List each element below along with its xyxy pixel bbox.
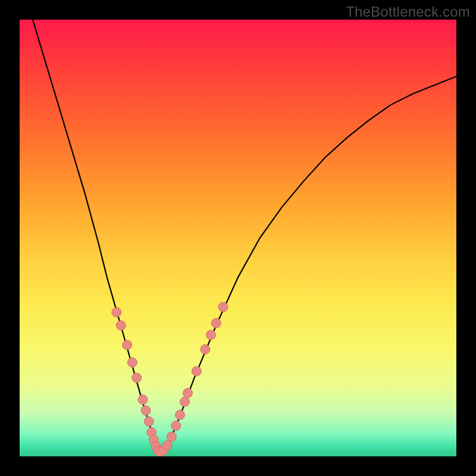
data-marker (175, 410, 184, 419)
data-marker (127, 358, 137, 367)
data-marker (138, 395, 148, 405)
data-marker (180, 397, 190, 406)
data-markers (112, 302, 228, 456)
data-marker (141, 406, 151, 415)
chart-container: TheBottleneck.com (0, 0, 476, 476)
data-marker (144, 416, 154, 426)
bottleneck-curve (33, 20, 456, 452)
data-marker (151, 441, 161, 451)
data-marker (149, 435, 158, 444)
data-marker (116, 321, 126, 330)
data-marker (147, 428, 156, 437)
data-marker (211, 318, 221, 328)
data-marker (167, 432, 176, 441)
data-marker (155, 447, 165, 456)
data-marker (123, 340, 132, 350)
plot-area (20, 20, 456, 456)
data-marker (162, 441, 172, 450)
data-marker (154, 446, 163, 456)
data-marker (112, 308, 121, 317)
watermark-text: TheBottleneck.com (346, 4, 470, 20)
data-marker (201, 345, 210, 354)
chart-svg (20, 20, 456, 456)
data-marker (159, 446, 168, 456)
data-marker (192, 367, 201, 376)
data-marker (206, 330, 216, 340)
data-marker (171, 421, 181, 431)
data-marker (183, 389, 193, 398)
data-marker (218, 302, 228, 312)
data-marker (132, 373, 142, 383)
